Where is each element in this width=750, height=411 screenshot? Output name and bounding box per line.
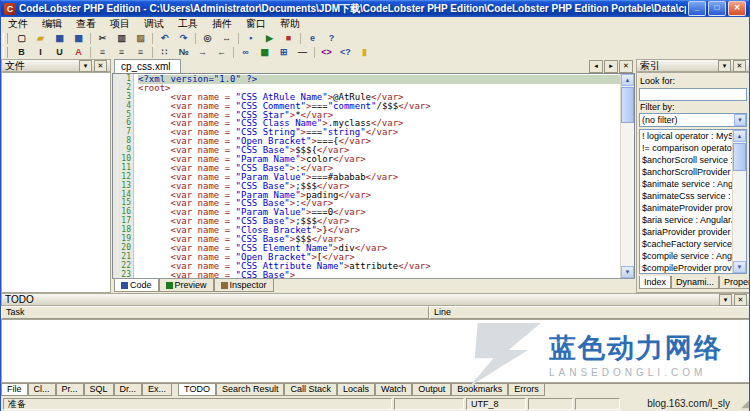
php-tag-button[interactable]: <? bbox=[336, 45, 355, 60]
indent-button[interactable]: → bbox=[193, 45, 212, 60]
insert-hr-button[interactable]: ― bbox=[293, 45, 312, 60]
insert-image-button[interactable]: ▦ bbox=[255, 45, 274, 60]
title-bar[interactable]: C CodeLobster PHP Edition - C:\Users\Adm… bbox=[1, 0, 749, 17]
panel-tab-ex[interactable]: Ex... bbox=[142, 384, 172, 396]
menu-item-8[interactable]: 帮助 bbox=[273, 17, 307, 31]
document-tab[interactable]: cp_css.xml bbox=[114, 59, 181, 73]
panel-menu-icon[interactable]: ▾ bbox=[718, 60, 731, 72]
list-bullets-button[interactable]: ∷ bbox=[155, 45, 174, 60]
preview-browser-button[interactable]: e bbox=[303, 31, 322, 46]
editor-vertical-scrollbar[interactable]: ▲ ▼ bbox=[620, 74, 634, 278]
panel-tab-dr[interactable]: Dr... bbox=[114, 384, 143, 396]
maximize-button[interactable]: □ bbox=[708, 1, 726, 16]
index-list-item[interactable]: $animateProvider provider : AngularJS bbox=[640, 202, 734, 214]
italic-button[interactable]: I bbox=[31, 45, 50, 60]
index-panel-tab-dynami[interactable]: Dynami... bbox=[671, 276, 719, 289]
chevron-down-icon[interactable]: ▼ bbox=[734, 114, 746, 126]
cut-button[interactable]: ✂ bbox=[93, 31, 112, 46]
index-list-item[interactable]: $ariaProvider provider : AngularJS bbox=[640, 226, 734, 238]
toolbar-grip[interactable] bbox=[3, 47, 8, 58]
index-list-item[interactable]: $aria service : AngularJS bbox=[640, 214, 734, 226]
highlight-color-button[interactable]: ▮ bbox=[355, 45, 374, 60]
align-center-button[interactable]: ≡ bbox=[112, 45, 131, 60]
menu-item-7[interactable]: 窗口 bbox=[239, 17, 273, 31]
todo-list[interactable] bbox=[1, 319, 750, 383]
save-file-button[interactable]: ▦ bbox=[50, 31, 69, 46]
panel-tab-pr[interactable]: Pr... bbox=[56, 384, 84, 396]
scroll-up-icon[interactable]: ▲ bbox=[733, 130, 746, 142]
index-list-item[interactable]: $animate service : AngularJS bbox=[640, 178, 734, 190]
replace-button[interactable]: ↔ bbox=[217, 31, 236, 46]
list-numbered-button[interactable]: № bbox=[174, 45, 193, 60]
menu-item-5[interactable]: 工具 bbox=[171, 17, 205, 31]
copy-button[interactable]: ▥ bbox=[112, 31, 131, 46]
panel-tab-watch[interactable]: Watch bbox=[375, 384, 412, 396]
bookmark-button[interactable]: ▪ bbox=[241, 31, 260, 46]
column-header-task[interactable]: Task bbox=[1, 306, 429, 319]
outdent-button[interactable]: ← bbox=[212, 45, 231, 60]
font-color-button[interactable]: A bbox=[69, 45, 88, 60]
resize-grip-icon[interactable]: ◢ bbox=[736, 397, 749, 410]
index-list-item[interactable]: $cacheFactory service : AngularJS bbox=[640, 238, 734, 250]
menu-item-0[interactable]: 文件 bbox=[1, 17, 35, 31]
editor-tab-code[interactable]: Code bbox=[114, 279, 159, 292]
index-list-item[interactable]: $anchorScrollProvider provider : Angular… bbox=[640, 166, 734, 178]
paste-button[interactable]: ▨ bbox=[131, 31, 150, 46]
column-header-line[interactable]: Line bbox=[429, 306, 750, 319]
insert-table-button[interactable]: ⊞ bbox=[274, 45, 293, 60]
save-all-button[interactable]: ▩ bbox=[69, 31, 88, 46]
index-panel-tab-index[interactable]: Index bbox=[639, 276, 671, 289]
panel-tab-locals[interactable]: Locals bbox=[337, 384, 375, 396]
code-editor[interactable]: 1234567891011121314151617181920212223 <?… bbox=[112, 73, 635, 279]
tab-close-icon[interactable]: ✕ bbox=[619, 60, 633, 73]
filter-dropdown[interactable]: (no filter) ▼ bbox=[639, 113, 747, 127]
find-button[interactable]: ◎ bbox=[198, 31, 217, 46]
index-list-item[interactable]: != comparison operator : MySQL bbox=[640, 142, 734, 154]
menu-item-1[interactable]: 编辑 bbox=[35, 17, 69, 31]
index-list-item[interactable]: $anchorScroll service : AngularJS bbox=[640, 154, 734, 166]
panel-menu-icon[interactable]: ▾ bbox=[79, 60, 92, 72]
align-left-button[interactable]: ≡ bbox=[93, 45, 112, 60]
toolbar-grip[interactable] bbox=[3, 33, 8, 44]
panel-menu-icon[interactable]: ▾ bbox=[719, 294, 732, 306]
panel-tab-errors[interactable]: Errors bbox=[508, 384, 545, 396]
panel-tab-todo[interactable]: TODO bbox=[178, 384, 216, 396]
index-panel-tab-proper[interactable]: Proper... bbox=[719, 276, 750, 289]
panel-tab-search-result[interactable]: Search Result bbox=[216, 384, 285, 396]
minimize-button[interactable]: _ bbox=[688, 1, 706, 16]
panel-tab-sql[interactable]: SQL bbox=[84, 384, 114, 396]
scrollbar-thumb[interactable] bbox=[733, 143, 746, 171]
scroll-up-icon[interactable]: ▲ bbox=[621, 74, 634, 86]
menu-item-2[interactable]: 查看 bbox=[69, 17, 103, 31]
undo-button[interactable]: ↶ bbox=[155, 31, 174, 46]
file-tree[interactable] bbox=[1, 72, 111, 293]
stop-button[interactable]: ■ bbox=[279, 31, 298, 46]
code-line[interactable]: <?xml version="1.0" ?> bbox=[138, 75, 621, 84]
menu-item-3[interactable]: 项目 bbox=[103, 17, 137, 31]
panel-close-icon[interactable]: ✕ bbox=[733, 60, 746, 72]
panel-tab-output[interactable]: Output bbox=[412, 384, 451, 396]
panel-tab-call-stack[interactable]: Call Stack bbox=[284, 384, 337, 396]
close-button[interactable]: ✕ bbox=[728, 1, 746, 16]
redo-button[interactable]: ↷ bbox=[174, 31, 193, 46]
panel-tab-bookmarks[interactable]: Bookmarks bbox=[451, 384, 508, 396]
index-list-item[interactable]: $compileProvider provider : AngularJS bbox=[640, 262, 734, 273]
align-right-button[interactable]: ≡ bbox=[131, 45, 150, 60]
html-tag-button[interactable]: <> bbox=[317, 45, 336, 60]
menu-item-6[interactable]: 插件 bbox=[205, 17, 239, 31]
run-button[interactable]: ▶ bbox=[260, 31, 279, 46]
index-list[interactable]: ! logical operator : MySQL!= comparison … bbox=[639, 129, 747, 274]
tab-scroll-right-icon[interactable]: ▸ bbox=[604, 60, 618, 73]
panel-close-icon[interactable]: ✕ bbox=[94, 60, 107, 72]
editor-tab-preview[interactable]: Preview bbox=[159, 279, 214, 292]
index-list-item[interactable]: $animateCss service : AngularJS bbox=[640, 190, 734, 202]
panel-tab-cl[interactable]: Cl... bbox=[28, 384, 56, 396]
help-button[interactable]: ? bbox=[322, 31, 341, 46]
index-list-item[interactable]: ! logical operator : MySQL bbox=[640, 130, 734, 142]
index-list-scrollbar[interactable]: ▲ ▼ bbox=[732, 130, 746, 273]
look-for-input[interactable] bbox=[639, 88, 747, 101]
underline-button[interactable]: U bbox=[50, 45, 69, 60]
insert-link-button[interactable]: ∞ bbox=[236, 45, 255, 60]
panel-close-icon[interactable]: ✕ bbox=[734, 294, 747, 306]
panel-tab-file[interactable]: File bbox=[1, 384, 28, 396]
